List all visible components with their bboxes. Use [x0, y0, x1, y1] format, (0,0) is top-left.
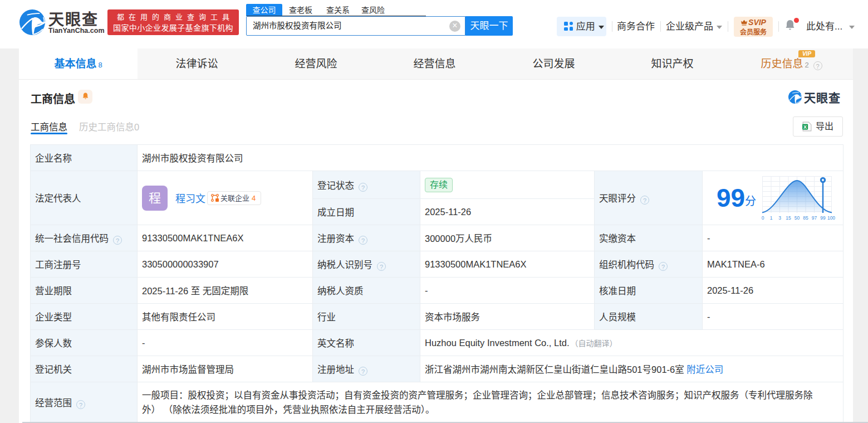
svg-text:0: 0: [762, 215, 764, 221]
svg-text:X: X: [803, 124, 807, 129]
svg-text:1: 1: [770, 215, 773, 221]
svg-text:天眼查: 天眼查: [804, 91, 841, 104]
svg-text:99: 99: [820, 215, 826, 221]
svg-text:50: 50: [795, 215, 800, 221]
svg-text:100: 100: [827, 215, 835, 221]
svg-text:3: 3: [778, 215, 781, 221]
svg-text:85: 85: [803, 215, 808, 221]
svg-text:97: 97: [812, 215, 817, 221]
svg-text:15: 15: [786, 215, 791, 221]
